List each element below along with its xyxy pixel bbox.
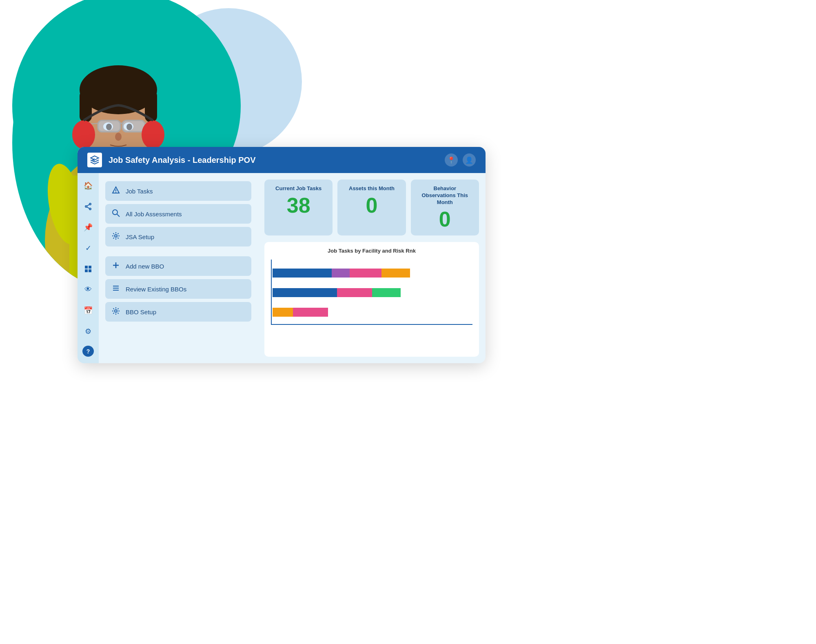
chart-bar-row-3 <box>273 307 328 318</box>
svg-rect-39 <box>85 269 88 272</box>
current-job-tasks-value: 38 <box>271 195 326 216</box>
chart-card: Job Tasks by Facility and Risk Rnk <box>264 242 479 357</box>
sidebar-item-settings[interactable]: ⚙ <box>82 325 95 338</box>
svg-rect-16 <box>98 120 120 132</box>
svg-point-23 <box>142 120 164 149</box>
panel-body: 🏠 📌 ✓ 👁 📅 ⚙ ? <box>78 173 486 363</box>
menu-group-jsa: Job Tasks All Job Assessments <box>105 181 251 246</box>
bar-seg-3-2 <box>293 308 328 317</box>
svg-point-33 <box>89 208 91 210</box>
chart-title: Job Tasks by Facility and Risk Rnk <box>271 248 472 254</box>
svg-text:✕: ✕ <box>91 157 95 163</box>
svg-point-52 <box>115 310 117 312</box>
svg-point-21 <box>115 133 122 141</box>
menu-item-all-assessments[interactable]: All Job Assessments <box>105 204 251 224</box>
svg-rect-37 <box>85 266 88 269</box>
behavior-obs-label: Behavior Observations This Month <box>417 185 472 206</box>
svg-point-44 <box>113 210 118 215</box>
assets-month-label: Assets this Month <box>344 185 399 192</box>
warning-icon <box>112 186 120 196</box>
location-icon[interactable]: 📍 <box>445 153 458 167</box>
sidebar-item-home[interactable]: 🏠 <box>82 180 95 192</box>
chart-y-axis <box>271 260 272 325</box>
header-actions: 📍 👤 <box>445 153 476 167</box>
svg-line-35 <box>87 204 89 206</box>
list-icon <box>112 284 120 294</box>
gear-icon <box>112 232 120 242</box>
chart-x-axis <box>271 324 472 325</box>
app-logo: ✕ <box>87 153 102 167</box>
menu-group-bbo: Add new BBO Review Existing BBOs <box>105 256 251 322</box>
menu-item-add-bbo[interactable]: Add new BBO <box>105 256 251 276</box>
bar-seg-1-4 <box>381 269 410 278</box>
bar-seg-1-1 <box>273 269 332 278</box>
behavior-obs-value: 0 <box>417 209 472 230</box>
jsa-setup-label: JSA Setup <box>126 233 154 240</box>
bbo-setup-label: BBO Setup <box>126 309 156 315</box>
svg-point-34 <box>85 206 87 207</box>
bar-seg-1-3 <box>350 269 381 278</box>
svg-line-36 <box>87 207 89 209</box>
menu-item-bbo-setup[interactable]: BBO Setup <box>105 302 251 322</box>
bbo-settings-icon <box>112 307 120 317</box>
stat-current-job-tasks: Current Job Tasks 38 <box>264 180 333 235</box>
stats-row: Current Job Tasks 38 Assets this Month 0… <box>264 180 479 235</box>
plus-icon <box>112 261 120 271</box>
panel-header: ✕ Job Safety Analysis - Leadership POV 📍… <box>78 147 486 173</box>
svg-line-45 <box>117 214 120 217</box>
sidebar-item-share[interactable] <box>82 200 95 213</box>
job-tasks-label: Job Tasks <box>126 188 153 195</box>
menu-item-job-tasks[interactable]: Job Tasks <box>105 181 251 201</box>
sidebar-item-eye[interactable]: 👁 <box>82 283 95 296</box>
sidebar-item-calendar[interactable]: 📅 <box>82 304 95 317</box>
chart-bar-row-1 <box>273 268 410 278</box>
assets-month-value: 0 <box>344 195 399 216</box>
all-assessments-label: All Job Assessments <box>126 211 182 218</box>
review-bbos-label: Review Existing BBOs <box>126 286 186 293</box>
user-icon[interactable]: 👤 <box>463 153 476 167</box>
chart-bar-row-2 <box>273 287 401 298</box>
search-icon <box>112 209 120 219</box>
svg-rect-17 <box>122 120 145 132</box>
sidebar-item-check[interactable]: ✓ <box>82 242 95 255</box>
stat-assets-month: Assets this Month 0 <box>337 180 406 235</box>
sidebar-item-grid[interactable] <box>82 263 95 275</box>
chart-area <box>271 260 472 325</box>
menu-item-jsa-setup[interactable]: JSA Setup <box>105 227 251 246</box>
panel-title: Job Safety Analysis - Leadership POV <box>109 155 438 165</box>
bar-seg-2-2 <box>337 288 372 297</box>
main-panel: ✕ Job Safety Analysis - Leadership POV 📍… <box>78 147 486 363</box>
add-bbo-label: Add new BBO <box>126 263 164 270</box>
bar-seg-1-2 <box>332 269 350 278</box>
bar-seg-3-1 <box>273 308 293 317</box>
svg-point-43 <box>115 192 116 193</box>
sidebar-item-pin[interactable]: 📌 <box>82 221 95 234</box>
svg-point-46 <box>115 235 117 237</box>
bar-seg-2-1 <box>273 288 337 297</box>
left-menu: Job Tasks All Job Assessments <box>99 173 258 363</box>
svg-point-22 <box>72 120 95 149</box>
current-job-tasks-label: Current Job Tasks <box>271 185 326 192</box>
svg-rect-38 <box>89 266 91 269</box>
svg-point-32 <box>89 203 91 205</box>
svg-rect-40 <box>89 269 91 272</box>
stat-behavior-obs: Behavior Observations This Month 0 <box>411 180 479 235</box>
right-content: Current Job Tasks 38 Assets this Month 0… <box>258 173 486 363</box>
sidebar-item-help[interactable]: ? <box>82 346 94 357</box>
bar-seg-2-3 <box>372 288 401 297</box>
menu-item-review-bbos[interactable]: Review Existing BBOs <box>105 279 251 299</box>
sidebar: 🏠 📌 ✓ 👁 📅 ⚙ ? <box>78 173 99 363</box>
